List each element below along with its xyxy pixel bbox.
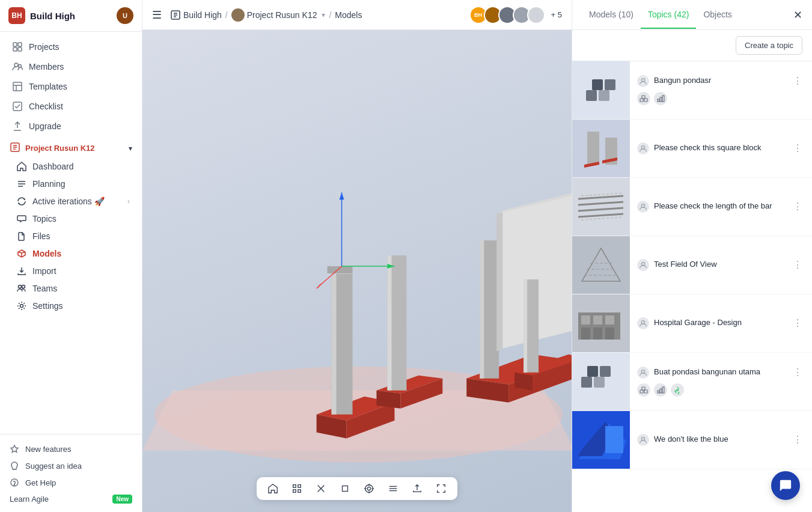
- topic-menu-1[interactable]: ⋮: [790, 75, 805, 87]
- topic-menu-2[interactable]: ⋮: [790, 142, 805, 154]
- svg-rect-42: [524, 279, 527, 373]
- learn-agile-item[interactable]: Learn Agile New: [0, 491, 142, 507]
- sidebar-item-upgrade[interactable]: Upgrade: [2, 117, 139, 136]
- topic-name-3: Please check the length of the bar: [654, 201, 786, 212]
- sidebar-item-templates[interactable]: Templates: [2, 77, 139, 96]
- panel-action-row: Create a topic: [572, 30, 812, 61]
- svg-line-82: [578, 202, 623, 205]
- chat-fab-button[interactable]: [771, 471, 800, 500]
- breadcrumb-sep-1: /: [225, 10, 228, 20]
- svg-rect-110: [660, 389, 662, 393]
- sidebar-item-projects[interactable]: Projects: [2, 37, 139, 56]
- sidebar-item-active-iterations[interactable]: Active iterations 🚀 ‹: [7, 193, 139, 210]
- svg-marker-46: [340, 192, 344, 200]
- topic-menu-6[interactable]: ⋮: [790, 367, 805, 378]
- members-label: Members: [29, 62, 64, 72]
- crop-tool-button[interactable]: [338, 482, 352, 495]
- scene-svg: [142, 30, 572, 512]
- topic-name-2: Please check this square block: [654, 142, 786, 153]
- suggest-idea-label: Suggest an idea: [25, 462, 82, 471]
- topic-item[interactable]: Buat pondasi bangunan utama ⋮: [572, 353, 812, 411]
- get-help-item[interactable]: Get Help: [0, 474, 142, 491]
- svg-rect-55: [343, 486, 348, 492]
- avatar-count: + 5: [551, 10, 562, 19]
- topic-menu-4[interactable]: ⋮: [790, 259, 805, 270]
- topics-label: Topics: [32, 214, 56, 224]
- new-features-item[interactable]: New features: [0, 440, 142, 457]
- main-area: ☰ Build High / Project Rusun K12 ▾ / Mod…: [142, 0, 572, 512]
- sidebar-nav: Projects Members Templates Checklist Upg…: [0, 32, 142, 434]
- project-section[interactable]: Project Rusun K12 ▾: [0, 139, 142, 157]
- topic-item[interactable]: Hospital Garage - Design ⋮: [572, 294, 812, 353]
- svg-rect-107: [644, 390, 647, 393]
- breadcrumb-current: Models: [335, 10, 362, 20]
- svg-point-14: [14, 484, 14, 485]
- target-tool-button[interactable]: [362, 482, 376, 495]
- tab-topics[interactable]: Topics (42): [641, 1, 696, 29]
- grid-icon: [12, 41, 23, 52]
- sidebar-item-teams[interactable]: Teams: [7, 280, 139, 297]
- topic-user-icon-6: [637, 367, 649, 379]
- topic-item[interactable]: Bangun pondasr ⋮: [572, 61, 812, 120]
- planning-icon: [17, 179, 26, 189]
- svg-rect-50: [298, 485, 301, 488]
- svg-point-11: [20, 305, 23, 308]
- sidebar-item-topics[interactable]: Topics: [7, 210, 139, 227]
- topic-menu-7[interactable]: ⋮: [790, 434, 805, 445]
- sidebar-item-import[interactable]: Import: [7, 263, 139, 279]
- templates-label: Templates: [29, 82, 67, 91]
- sidebar-header: BH Build High U: [0, 0, 142, 32]
- sidebar-item-checklist[interactable]: Checklist: [2, 97, 139, 116]
- tab-models[interactable]: Models (10): [582, 1, 641, 29]
- topic-content-2: Please check this square block ⋮: [630, 136, 812, 160]
- 3d-canvas[interactable]: [142, 30, 572, 512]
- sidebar-item-files[interactable]: Files: [7, 228, 139, 245]
- breadcrumb-workspace[interactable]: Build High: [183, 10, 222, 20]
- svg-rect-51: [293, 490, 296, 493]
- svg-rect-98: [593, 328, 602, 340]
- upload-tool-button[interactable]: [411, 482, 424, 495]
- topic-thumbnail-7: [572, 411, 630, 469]
- svg-rect-106: [640, 390, 643, 393]
- close-panel-button[interactable]: ✕: [793, 8, 802, 22]
- topic-item[interactable]: We don't like the blue ⋮: [572, 411, 812, 469]
- svg-rect-52: [298, 490, 301, 493]
- topic-thumbnail-4: [572, 236, 630, 294]
- sidebar-item-dashboard[interactable]: Dashboard: [7, 158, 139, 175]
- sidebar-item-planning[interactable]: Planning: [7, 175, 139, 192]
- suggest-idea-item[interactable]: Suggest an idea: [0, 457, 142, 474]
- svg-rect-97: [581, 328, 590, 340]
- list-tool-button[interactable]: [386, 482, 400, 495]
- topic-menu-5[interactable]: ⋮: [790, 317, 805, 329]
- topic-item[interactable]: Please check the length of the bar ⋮: [572, 178, 812, 236]
- topic-thumbnail-2: [572, 120, 630, 177]
- svg-rect-108: [642, 387, 645, 390]
- project-subnav: Dashboard Planning Active iterations 🚀 ‹: [0, 158, 142, 314]
- topic-item[interactable]: Please check this square block ⋮: [572, 120, 812, 178]
- sidebar-app-title: Build High: [30, 11, 75, 21]
- svg-point-4: [14, 63, 18, 67]
- svg-rect-103: [587, 366, 598, 377]
- topic-content-6: Buat pondasi bangunan utama ⋮: [630, 361, 812, 403]
- star-icon: [10, 444, 19, 454]
- sidebar-item-models[interactable]: Models: [7, 245, 139, 262]
- sidebar: BH Build High U Projects Members Templat…: [0, 0, 142, 512]
- expand-tool-button[interactable]: [435, 482, 448, 495]
- topic-menu-3[interactable]: ⋮: [790, 201, 805, 212]
- create-topic-button[interactable]: Create a topic: [736, 36, 802, 55]
- tab-objects[interactable]: Objects: [696, 1, 739, 29]
- sidebar-item-settings[interactable]: Settings: [7, 297, 139, 314]
- upgrade-label: Upgrade: [29, 121, 61, 131]
- grid-tool-button[interactable]: [290, 482, 304, 495]
- home-tool-button[interactable]: [266, 482, 279, 495]
- menu-toggle-button[interactable]: ☰: [152, 8, 162, 22]
- svg-line-86: [581, 217, 623, 220]
- planning-label: Planning: [32, 179, 66, 189]
- svg-point-100: [641, 321, 644, 324]
- user-avatar[interactable]: U: [117, 7, 133, 24]
- cross-tool-button[interactable]: [314, 482, 328, 495]
- svg-point-56: [365, 485, 373, 493]
- breadcrumb-project-link[interactable]: Project Rusun K12: [247, 10, 317, 20]
- topic-item[interactable]: Test Field Of View ⋮: [572, 236, 812, 294]
- sidebar-item-members[interactable]: Members: [2, 57, 139, 76]
